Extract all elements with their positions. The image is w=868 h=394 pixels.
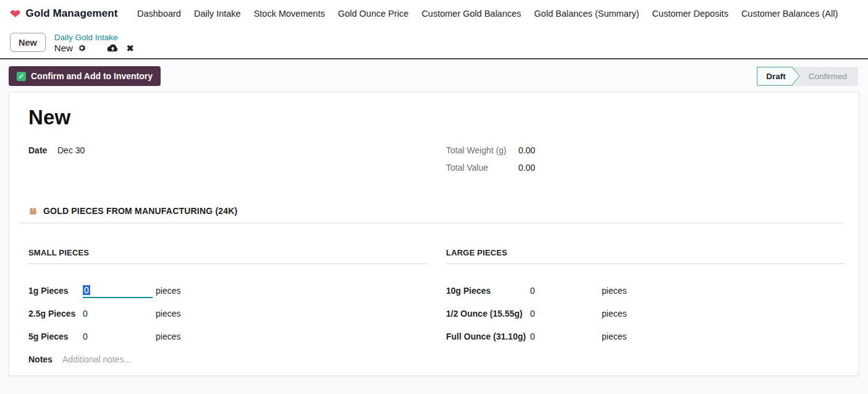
form-sheet: New Date Dec 30 Total Weight (g) 0.00 To… — [9, 92, 859, 376]
10g-pieces-row: 10g Pieces 0 pieces — [446, 279, 844, 302]
full-ounce-label: Full Ounce (31.10g) — [446, 332, 530, 341]
small-pieces-column: SMALL PIECES 1g Pieces 0 pieces 2.5g Pie… — [28, 248, 426, 370]
5g-pieces-row: 5g Pieces 0 pieces — [28, 325, 426, 348]
discard-icon[interactable]: ✖ — [127, 44, 134, 53]
status-draft[interactable]: Draft — [757, 67, 800, 86]
large-pieces-column: LARGE PIECES 10g Pieces 0 pieces 1/2 Oun… — [446, 248, 844, 370]
nav-item-stock-movements[interactable]: Stock Movements — [247, 2, 331, 25]
1g-pieces-row: 1g Pieces 0 pieces — [28, 279, 426, 302]
1g-pieces-label: 1g Pieces — [28, 286, 83, 296]
main-nav: Dashboard Daily Intake Stock Movements G… — [130, 2, 844, 25]
2-5g-pieces-label: 2.5g Pieces — [28, 309, 83, 319]
gear-icon[interactable] — [77, 43, 86, 53]
large-pieces-title: LARGE PIECES — [446, 248, 844, 264]
status-confirmed[interactable]: Confirmed — [800, 67, 858, 86]
half-ounce-input[interactable]: 0 — [530, 309, 602, 319]
2-5g-pieces-input[interactable]: 0 — [83, 309, 156, 319]
record-title: New — [28, 106, 844, 129]
nav-item-customer-balances-all[interactable]: Customer Balances (All) — [735, 2, 844, 25]
package-icon — [28, 207, 38, 216]
total-weight-row: Total Weight (g) 0.00 — [446, 145, 844, 155]
5g-pieces-suffix: pieces — [156, 332, 426, 341]
nav-item-dashboard[interactable]: Dashboard — [130, 2, 187, 25]
5g-pieces-label: 5g Pieces — [28, 332, 83, 341]
total-weight-value: 0.00 — [518, 145, 844, 155]
total-weight-label: Total Weight (g) — [446, 145, 518, 155]
section-header: GOLD PIECES FROM MANUFACTURING (24K) — [28, 206, 844, 223]
full-ounce-row: Full Ounce (31.10g) 0 pieces — [446, 325, 844, 348]
date-field-row: Date Dec 30 — [28, 145, 426, 155]
breadcrumb: Daily Gold Intake New ✖ — [54, 33, 134, 53]
notes-input[interactable]: Additional notes... — [62, 354, 426, 364]
notes-label: Notes — [28, 354, 62, 364]
new-button[interactable]: New — [10, 33, 46, 52]
control-bar: ✓ Confirm and Add to Inventory Draft Con… — [0, 59, 868, 92]
app-menu-button[interactable]: ❤ Gold Management — [10, 7, 117, 20]
half-ounce-row: 1/2 Ounce (15.55g) 0 pieces — [446, 302, 844, 325]
check-icon: ✓ — [17, 72, 26, 81]
confirm-add-inventory-button[interactable]: ✓ Confirm and Add to Inventory — [9, 66, 161, 86]
2-5g-pieces-suffix: pieces — [156, 309, 426, 319]
confirm-button-label: Confirm and Add to Inventory — [31, 71, 153, 81]
1g-pieces-selected-value: 0 — [83, 285, 90, 295]
app-title: Gold Management — [26, 7, 118, 20]
heart-icon: ❤ — [10, 7, 21, 20]
notes-row: Notes Additional notes... — [28, 348, 426, 370]
section-divider — [19, 223, 844, 223]
pieces-columns: SMALL PIECES 1g Pieces 0 pieces 2.5g Pie… — [28, 248, 844, 370]
nav-item-daily-intake[interactable]: Daily Intake — [187, 2, 247, 25]
status-draft-label: Draft — [757, 67, 799, 85]
date-label: Date — [28, 145, 57, 155]
date-value[interactable]: Dec 30 — [57, 145, 426, 155]
nav-item-customer-deposits[interactable]: Customer Deposits — [646, 2, 735, 25]
top-navbar: ❤ Gold Management Dashboard Daily Intake… — [0, 0, 868, 27]
cloud-save-icon[interactable] — [107, 44, 119, 53]
full-ounce-input[interactable]: 0 — [530, 332, 602, 341]
5g-pieces-input[interactable]: 0 — [83, 332, 156, 341]
top-field-grid: Date Dec 30 Total Weight (g) 0.00 Total … — [28, 145, 844, 180]
1g-pieces-suffix: pieces — [156, 286, 426, 296]
half-ounce-label: 1/2 Ounce (15.55g) — [446, 309, 530, 319]
2-5g-pieces-row: 2.5g Pieces 0 pieces — [28, 302, 426, 325]
breadcrumb-row: New Daily Gold Intake New ✖ — [0, 27, 868, 59]
breadcrumb-parent-link[interactable]: Daily Gold Intake — [54, 33, 134, 42]
1g-pieces-input[interactable]: 0 — [83, 283, 153, 298]
10g-pieces-suffix: pieces — [602, 286, 844, 296]
full-ounce-suffix: pieces — [602, 332, 844, 341]
10g-pieces-input[interactable]: 0 — [530, 286, 602, 296]
half-ounce-suffix: pieces — [602, 309, 844, 319]
total-value-value: 0.00 — [518, 163, 844, 173]
nav-item-gold-ounce-price[interactable]: Gold Ounce Price — [331, 2, 415, 25]
breadcrumb-current: New — [54, 43, 73, 53]
section-title: GOLD PIECES FROM MANUFACTURING (24K) — [43, 206, 237, 216]
nav-item-customer-gold-balances[interactable]: Customer Gold Balances — [415, 2, 528, 25]
total-value-label: Total Value — [446, 163, 518, 173]
10g-pieces-label: 10g Pieces — [446, 286, 530, 296]
nav-item-gold-balances-summary[interactable]: Gold Balances (Summary) — [528, 2, 646, 25]
small-pieces-title: SMALL PIECES — [28, 248, 426, 264]
total-value-row: Total Value 0.00 — [446, 163, 844, 173]
statusbar: Draft Confirmed — [757, 67, 858, 86]
